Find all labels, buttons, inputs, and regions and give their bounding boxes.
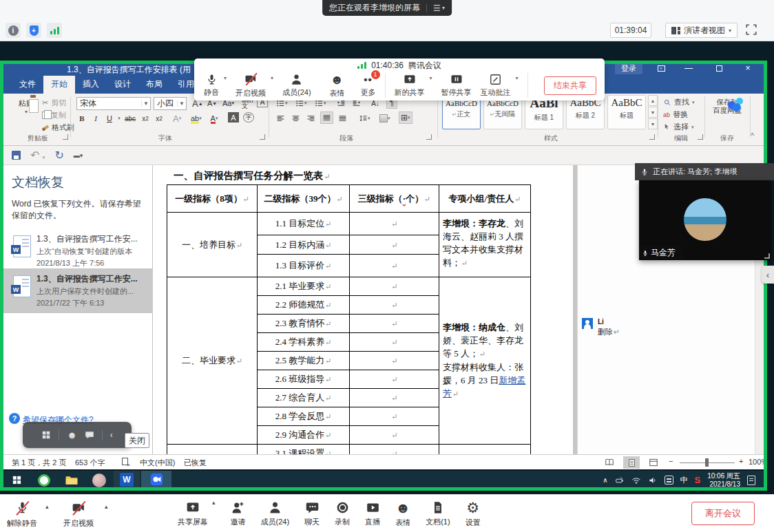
taskbar-tencent-meeting[interactable] (141, 471, 171, 489)
new-share-menu-caret[interactable]: ▾ (430, 75, 432, 81)
chat-button[interactable]: 聊天 (304, 500, 320, 528)
leave-meeting-button[interactable]: 离开会议 (691, 502, 755, 525)
settings-button[interactable]: ⚙设置 (466, 500, 481, 528)
borders-button[interactable]: ⊞▾ (399, 111, 412, 124)
proofing-icon[interactable] (122, 458, 128, 467)
document-page[interactable]: 一、自评报告撰写任务分解一览表↵ 一级指标（8项）↵ 二级指标（39个）↵ 三级… (153, 165, 573, 454)
mute-menu-caret[interactable]: ▾ (224, 75, 227, 81)
share-menu-caret[interactable]: ▴ (212, 499, 216, 528)
recovered-file-item-selected[interactable]: 1.3、自评报告撰写工作安... 上次用户保存文件时创建的... 2021/7/… (3, 268, 153, 313)
network-status-button[interactable] (47, 23, 62, 38)
docs-button[interactable]: 文档(1) (426, 500, 450, 528)
video-menu-caret[interactable]: ▾ (271, 75, 273, 81)
revision-comment[interactable]: Li 删除↵ (582, 318, 620, 337)
zoom-in-button[interactable]: + (739, 457, 743, 465)
restore-button[interactable] (707, 61, 731, 76)
pen-battery-icon[interactable] (615, 476, 625, 485)
font-dialog-launcher[interactable] (260, 134, 265, 140)
floating-assistant-toolbar[interactable]: ☻ ‹ (23, 422, 132, 448)
start-video-button[interactable]: 开启视频 (63, 500, 94, 529)
italic-button[interactable]: I (90, 112, 101, 125)
resize-grip[interactable] (764, 253, 770, 259)
replace-button[interactable]: ab替换 (663, 109, 688, 120)
cut-button[interactable]: ✂剪切 (42, 98, 66, 108)
format-painter-button[interactable]: 格式刷 (42, 123, 74, 133)
taskbar-clock[interactable]: 10:06 周五2021/8/13 (707, 472, 740, 489)
zoom-out-button[interactable]: − (669, 457, 673, 465)
taskbar-app-wechat[interactable] (86, 471, 112, 489)
tab-file[interactable]: 文件 (12, 76, 43, 94)
unmute-button[interactable]: 解除静音 (7, 500, 37, 529)
taskbar-word[interactable]: W (114, 471, 140, 489)
align-left-button[interactable] (275, 112, 286, 125)
font-size-combobox[interactable]: 小四▼ (154, 97, 187, 110)
view-mode-selector[interactable]: 演讲者视图 ▾ (665, 23, 738, 38)
tab-home[interactable]: 开始 (43, 76, 75, 94)
save-to-baidu-button[interactable]: 保存到百度网盘 (707, 96, 747, 114)
panel-collapse-handle[interactable]: ‹ (762, 266, 774, 284)
subscript-button[interactable]: x2 (140, 112, 151, 125)
redo-button[interactable]: ↻ (54, 149, 63, 162)
tray-expand-chevron[interactable]: ∧ (603, 476, 607, 484)
language-status[interactable]: 中文(中国) (140, 458, 175, 468)
ime-panel-icon[interactable] (665, 476, 673, 485)
banner-menu-button[interactable]: ☰▾ (433, 3, 445, 13)
undo-button[interactable]: ↶ ▾ (30, 149, 45, 162)
participant-video-tile[interactable]: 马金芳 (639, 180, 771, 260)
tab-layout[interactable]: 布局 (138, 76, 170, 94)
font-name-combobox[interactable]: 宋体▼ (76, 97, 151, 110)
justify-button[interactable] (320, 111, 333, 124)
collapse-ribbon-button[interactable]: ^ (751, 132, 754, 140)
tab-design[interactable]: 设计 (107, 76, 138, 94)
taskbar-app-browser[interactable] (31, 471, 57, 489)
line-spacing-button[interactable]: ▾ (357, 112, 372, 125)
sogou-icon[interactable]: S (695, 475, 701, 485)
unmute-menu-caret[interactable]: ▴ (45, 503, 49, 510)
customize-qat-button[interactable]: ▬▾ (74, 152, 83, 159)
share-screen-button[interactable]: 共享屏幕 (178, 500, 208, 528)
shading-button[interactable]: ▾ (378, 112, 392, 125)
video-menu-caret[interactable]: ▴ (105, 503, 108, 510)
styles-dialog-launcher[interactable] (649, 134, 655, 140)
paragraph-dialog-launcher[interactable] (426, 134, 432, 140)
invite-button[interactable]: 邀请 (231, 500, 246, 528)
zoom-slider-thumb[interactable] (705, 458, 709, 467)
find-button[interactable]: 查找▾ (663, 97, 695, 107)
superscript-button[interactable]: x2 (154, 112, 165, 125)
read-mode-button[interactable] (601, 456, 618, 469)
record-button[interactable]: 录制 (335, 500, 350, 528)
annotate-button[interactable]: 互动批注 (481, 73, 511, 98)
align-right-button[interactable] (305, 112, 317, 125)
minimize-button[interactable]: — (677, 61, 700, 76)
speaker-icon[interactable] (648, 476, 658, 485)
character-shading-button[interactable]: A (228, 112, 239, 123)
recovered-file-item[interactable]: 1.3、自评报告撰写工作安... 上次“自动恢复”时创建的版本 2021/8/1… (3, 228, 153, 273)
save-button[interactable] (12, 151, 21, 160)
word-signin-button[interactable]: 登录 (615, 63, 642, 74)
meeting-info-button[interactable]: i (6, 23, 21, 38)
word-count[interactable]: 653 个字 (75, 458, 105, 468)
text-effects-button[interactable]: A▾ (171, 112, 182, 125)
select-button[interactable]: 选择▾ (663, 122, 694, 132)
members-button[interactable]: 成员(24) (261, 500, 290, 528)
action-center-icon[interactable] (747, 476, 755, 485)
ime-chinese-indicator[interactable]: 中 (680, 475, 688, 485)
style-title[interactable]: AaBbC 标题 (607, 95, 646, 129)
meeting-security-button[interactable]: + (26, 23, 41, 38)
end-share-button[interactable]: 结束共享 (544, 76, 596, 95)
pause-share-button[interactable]: 暂停共享 (441, 73, 472, 98)
wifi-icon[interactable] (631, 476, 641, 485)
taskbar-file-explorer[interactable] (59, 471, 85, 489)
start-button[interactable] (3, 471, 30, 489)
emoji-button[interactable]: ☻表情 (395, 500, 410, 528)
new-share-button[interactable]: 新的共享 (395, 73, 425, 98)
members-button[interactable]: 成员(24) (282, 73, 311, 98)
annotate-menu-caret[interactable]: ▾ (516, 75, 519, 81)
styles-more-button[interactable]: ▼ (648, 118, 658, 129)
page-count[interactable]: 第 1 页，共 2 页 (12, 458, 66, 468)
enclose-characters-button[interactable]: 字 (243, 112, 254, 123)
highlight-color-button[interactable]: ab▾ (189, 112, 203, 125)
more-button[interactable]: ••更多1 (361, 74, 376, 98)
bold-button[interactable]: B (76, 112, 87, 125)
editing-dialog-launcher[interactable] (698, 134, 703, 140)
